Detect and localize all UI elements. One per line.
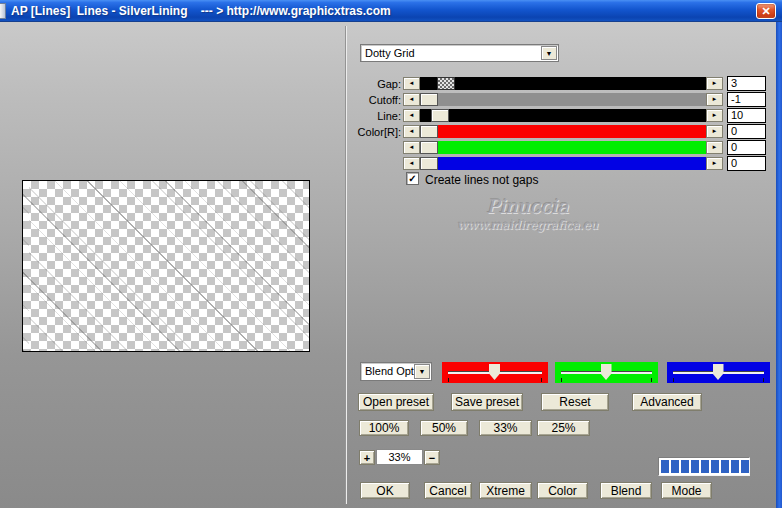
color-g-slider-track[interactable] — [420, 141, 706, 154]
reset-button[interactable]: Reset — [541, 393, 609, 411]
create-lines-checkbox-label[interactable]: Create lines not gaps — [425, 173, 538, 187]
preset-dropdown[interactable]: Dotty Grid ▼ — [360, 44, 559, 62]
xtreme-button[interactable]: Xtreme — [479, 482, 532, 499]
zoom-33-button[interactable]: 33% — [479, 420, 532, 436]
line-label: Line: — [340, 110, 401, 123]
line-slider-thumb[interactable] — [431, 109, 449, 122]
window-title: AP [Lines] Lines - SilverLining --- > ht… — [11, 3, 391, 19]
chevron-down-icon[interactable]: ▼ — [541, 46, 557, 60]
green-trackbar-thumb[interactable] — [601, 364, 612, 380]
cancel-button[interactable]: Cancel — [424, 482, 472, 499]
line-value-field[interactable]: 10 — [727, 108, 766, 123]
progress-segment — [701, 460, 709, 473]
progress-segment — [671, 460, 679, 473]
cutoff-value-field[interactable]: -1 — [727, 92, 766, 107]
color-g-slider-row: ◄ ► 0 — [340, 141, 770, 156]
window-border-right — [776, 22, 782, 508]
color-r-slider-thumb[interactable] — [420, 125, 438, 138]
ok-button[interactable]: OK — [360, 482, 410, 499]
watermark-name: Pinuccia — [415, 195, 640, 217]
line-right-arrow-button[interactable]: ► — [706, 109, 723, 122]
color-b-value-field[interactable]: 0 — [727, 156, 766, 171]
progress-segment — [721, 460, 729, 473]
plugin-window: AP [Lines] Lines - SilverLining --- > ht… — [0, 0, 782, 508]
app-icon — [0, 3, 6, 19]
line-slider-track[interactable] — [420, 109, 706, 122]
color-g-value-field[interactable]: 0 — [727, 140, 766, 155]
gap-slider-row: Gap: ◄ ► 3 — [340, 77, 770, 92]
progress-segment — [741, 460, 749, 473]
color-b-label — [340, 158, 401, 171]
cutoff-slider-thumb[interactable] — [420, 93, 438, 106]
red-trackbar-thumb[interactable] — [489, 364, 500, 380]
gap-slider-thumb[interactable] — [437, 77, 455, 90]
watermark: Pinuccia www.maidiregrafica.eu — [415, 195, 640, 232]
zoom-50-button[interactable]: 50% — [420, 420, 468, 436]
create-lines-checkbox[interactable]: ✓ — [406, 172, 419, 185]
color-b-slider-thumb[interactable] — [420, 157, 438, 170]
mode-button[interactable]: Mode — [661, 482, 712, 499]
cutoff-slider-row: Cutoff: ◄ ► -1 — [340, 93, 770, 108]
color-b-left-arrow-button[interactable]: ◄ — [403, 157, 420, 170]
progress-bar — [658, 457, 750, 476]
color-r-left-arrow-button[interactable]: ◄ — [403, 125, 420, 138]
preview-canvas[interactable] — [22, 180, 310, 352]
color-b-right-arrow-button[interactable]: ► — [706, 157, 723, 170]
progress-segment — [711, 460, 719, 473]
save-preset-button[interactable]: Save preset — [451, 393, 523, 411]
gap-slider-track[interactable] — [420, 77, 706, 90]
color-b-slider-track[interactable] — [420, 157, 706, 170]
blend-options-value: Blend Opti — [365, 364, 415, 378]
zoom-100-button[interactable]: 100% — [359, 420, 409, 436]
color-button[interactable]: Color — [537, 482, 588, 499]
progress-segment — [731, 460, 739, 473]
watermark-url: www.maidiregrafica.eu — [415, 218, 640, 232]
gap-right-arrow-button[interactable]: ► — [706, 77, 723, 90]
zoom-25-button[interactable]: 25% — [537, 420, 590, 436]
titlebar[interactable]: AP [Lines] Lines - SilverLining --- > ht… — [0, 0, 782, 22]
blue-trackbar-thumb[interactable] — [713, 364, 724, 380]
color-r-slider-row: Color[R]: ◄ ► 0 — [340, 125, 770, 140]
gap-label: Gap: — [340, 78, 401, 91]
cutoff-left-arrow-button[interactable]: ◄ — [403, 93, 420, 106]
color-r-label: Color[R]: — [340, 126, 401, 139]
blend-options-dropdown[interactable]: Blend Opti ▼ — [360, 362, 432, 381]
color-g-left-arrow-button[interactable]: ◄ — [403, 141, 420, 154]
color-r-slider-track[interactable] — [420, 125, 706, 138]
cutoff-slider-track[interactable] — [420, 93, 706, 106]
color-r-value-field[interactable]: 0 — [727, 124, 766, 139]
gap-value-field[interactable]: 3 — [727, 76, 766, 91]
zoom-in-button[interactable]: + — [359, 450, 375, 465]
gap-left-arrow-button[interactable]: ◄ — [403, 77, 420, 90]
blend-button[interactable]: Blend — [600, 482, 652, 499]
color-g-slider-thumb[interactable] — [420, 141, 438, 154]
cutoff-right-arrow-button[interactable]: ► — [706, 93, 723, 106]
blue-channel-trackbar[interactable] — [667, 362, 770, 383]
advanced-button[interactable]: Advanced — [632, 393, 702, 411]
zoom-out-button[interactable]: − — [424, 450, 440, 465]
line-slider-row: Line: ◄ ► 10 — [340, 109, 770, 124]
progress-segment — [691, 460, 699, 473]
close-button[interactable]: ✕ — [756, 3, 776, 19]
open-preset-button[interactable]: Open preset — [358, 393, 434, 411]
progress-segment — [681, 460, 689, 473]
line-left-arrow-button[interactable]: ◄ — [403, 109, 420, 122]
red-channel-trackbar[interactable] — [442, 362, 548, 383]
progress-segment — [661, 460, 669, 473]
color-b-slider-row: ◄ ► 0 — [340, 157, 770, 172]
color-g-right-arrow-button[interactable]: ► — [706, 141, 723, 154]
preset-dropdown-value: Dotty Grid — [365, 46, 540, 60]
chevron-down-icon[interactable]: ▼ — [414, 364, 430, 379]
green-channel-trackbar[interactable] — [555, 362, 658, 383]
color-g-label — [340, 142, 401, 155]
zoom-level-field[interactable]: 33% — [376, 449, 423, 465]
cutoff-label: Cutoff: — [340, 94, 401, 107]
color-r-right-arrow-button[interactable]: ► — [706, 125, 723, 138]
